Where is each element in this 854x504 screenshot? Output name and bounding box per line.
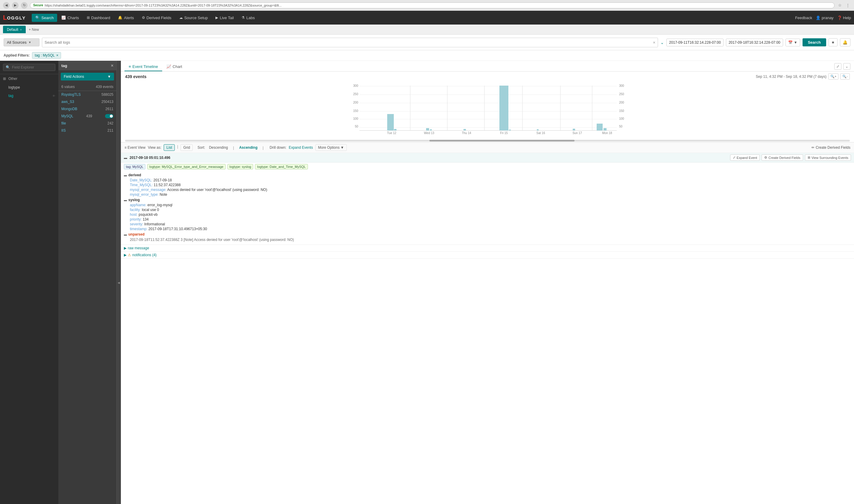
nav-source-setup[interactable]: ☁ Source Setup bbox=[176, 14, 212, 22]
event-timestamp: 2017-09-18 05:01:10.496 bbox=[130, 156, 170, 160]
bookmark-button[interactable]: ☆ bbox=[837, 2, 843, 8]
svg-rect-21 bbox=[426, 128, 429, 130]
chart-scrollbar[interactable] bbox=[125, 140, 850, 142]
field-value-aws-s3[interactable]: aws_S3 250413 bbox=[58, 98, 116, 105]
sort-descending-button[interactable]: Descending bbox=[207, 145, 229, 150]
zoom-out-button[interactable]: 🔍- bbox=[840, 73, 850, 79]
event-tag-logtype-syslog[interactable]: logtype: syslog bbox=[228, 164, 253, 169]
events-toolbar: ≡ Event View View as: List | Grid Sort: … bbox=[121, 142, 854, 153]
grid-view-button[interactable]: Grid bbox=[180, 144, 193, 151]
derived-field-error-msg: mysql_error_message: Access denied for u… bbox=[124, 187, 851, 192]
field-value-iis[interactable]: IIS 211 bbox=[58, 127, 116, 134]
tab-chart[interactable]: 📈 Chart bbox=[162, 62, 186, 71]
feedback-link[interactable]: Feedback bbox=[795, 16, 812, 20]
alerts-nav-icon: 🔔 bbox=[118, 16, 122, 20]
calendar-icon: 📅 bbox=[788, 40, 793, 44]
mysql-toggle[interactable] bbox=[105, 114, 113, 118]
svg-text:50: 50 bbox=[355, 125, 359, 128]
sidebar-collapse-handle[interactable]: ◀ bbox=[117, 61, 121, 504]
calendar-button[interactable]: 📅 ▼ bbox=[785, 39, 800, 47]
tab-default[interactable]: Default × bbox=[3, 26, 26, 33]
chart-container: 300 250 200 150 100 50 300 250 200 150 1… bbox=[121, 82, 854, 139]
raw-message-link[interactable]: ▶ raw message bbox=[124, 246, 851, 250]
nav-search[interactable]: 🔍 Search bbox=[32, 14, 57, 22]
date-to-input[interactable]: 2017-09-18T16:32:14.228-07:00 bbox=[726, 39, 783, 47]
expand-event-button[interactable]: ⤢ Expand Event bbox=[730, 155, 760, 161]
browser-chrome: ◀ ▶ ↻ Secure https://shahidalikhan.beta0… bbox=[0, 0, 854, 11]
derived-section-header[interactable]: ▬ derived bbox=[124, 173, 851, 177]
help-link[interactable]: ❓ Help bbox=[837, 16, 851, 20]
charts-nav-icon: 📈 bbox=[61, 16, 66, 20]
nav-charts-label: Charts bbox=[67, 16, 79, 20]
sidebar-item-logtype[interactable]: logtype bbox=[0, 83, 58, 92]
nav-alerts[interactable]: 🔔 Alerts bbox=[114, 14, 137, 22]
filter-tag-mysql[interactable]: tag : MySQL × bbox=[32, 52, 61, 59]
clear-search-icon[interactable]: × bbox=[653, 40, 655, 45]
unparsed-section-header[interactable]: ▬ unparsed bbox=[124, 232, 851, 236]
unparsed-section-link[interactable]: unparsed bbox=[128, 232, 145, 236]
event-collapse-button[interactable]: ▬ bbox=[124, 156, 127, 160]
logo[interactable]: L OGGLY bbox=[3, 14, 26, 21]
expand-events-button[interactable]: Expand Events bbox=[289, 145, 313, 150]
url-bar[interactable]: Secure https://shahidalikhan.beta01.logg… bbox=[30, 2, 835, 8]
field-value-mongodb[interactable]: MongoDB 2611 bbox=[58, 105, 116, 112]
user-menu[interactable]: 👤 pranay bbox=[816, 16, 833, 20]
syslog-section-header[interactable]: ▬ syslog bbox=[124, 198, 851, 202]
pencil-icon: ✏ bbox=[812, 145, 815, 150]
close-icon[interactable]: × bbox=[111, 63, 113, 68]
chart-expand-button[interactable]: ⤢ bbox=[834, 63, 841, 70]
event-tag-logtype-datetime[interactable]: logtype: Date_and_Time_MySQL bbox=[255, 164, 308, 169]
zoom-in-button[interactable]: 🔍+ bbox=[828, 73, 838, 79]
chevron-down-icon: ▼ bbox=[29, 41, 32, 44]
notifications-link[interactable]: ▶ ⚠ notifications (4) bbox=[124, 253, 851, 257]
forward-button[interactable]: ▶ bbox=[12, 2, 19, 9]
field-events-count: 439 events bbox=[96, 85, 113, 89]
tab-chart-label: Chart bbox=[172, 64, 182, 69]
nav-derived-fields[interactable]: ⚙ Derived Fields bbox=[138, 14, 175, 22]
date-from-input[interactable]: 2017-09-11T16:32:14.228-07:00 bbox=[666, 39, 724, 47]
chart-collapse-button[interactable]: ⌄ bbox=[843, 63, 850, 70]
field-explorer-input[interactable] bbox=[12, 65, 53, 69]
field-value-rsyslogtls[interactable]: RsyslogTLS 588025 bbox=[58, 91, 116, 98]
star-button[interactable]: ★ bbox=[829, 38, 838, 47]
filter-tag-remove-icon[interactable]: × bbox=[56, 53, 58, 57]
create-derived-fields-button[interactable]: ✏ Create Derived Fields bbox=[812, 145, 850, 150]
field-value-file[interactable]: file 242 bbox=[58, 120, 116, 127]
tab-event-timeline[interactable]: ≡ Event Timeline bbox=[125, 62, 162, 71]
bell-button[interactable]: 🔔 bbox=[840, 38, 850, 47]
tab-new[interactable]: + New bbox=[26, 26, 41, 33]
back-button[interactable]: ◀ bbox=[3, 2, 10, 9]
event-create-derived-button[interactable]: ⚙ Create Derived Fields bbox=[762, 155, 803, 161]
browser-more-button[interactable]: ⋮ bbox=[845, 2, 851, 8]
derived-section-name: derived bbox=[128, 173, 141, 177]
nav-labs[interactable]: ⚗ Labs bbox=[238, 14, 258, 22]
event-tag-logtype-error[interactable]: logtype: MySQL_Error_type_and_Error_meas… bbox=[147, 164, 225, 169]
field-values-count: 6 values bbox=[61, 85, 75, 89]
list-view-button[interactable]: List bbox=[164, 144, 175, 151]
search-button[interactable]: Search bbox=[802, 38, 826, 47]
main-layout: 🔍 ⊞ Other logtype tag 👁 tag × Field Acti… bbox=[0, 61, 854, 504]
field-actions-button[interactable]: Field Actions ▼ bbox=[61, 73, 114, 80]
nav-charts[interactable]: 📈 Charts bbox=[58, 14, 82, 22]
filter-expand-icon[interactable]: ⌄ bbox=[660, 40, 664, 45]
syslog-field-appname: appName: error_log-mysql bbox=[124, 203, 851, 208]
sidebar-section-other[interactable]: ⊞ Other bbox=[0, 74, 58, 83]
refresh-button[interactable]: ↻ bbox=[21, 2, 28, 9]
nav-dashboard[interactable]: ⊞ Dashboard bbox=[83, 14, 114, 22]
nav-live-tail[interactable]: ▶ Live Tail bbox=[212, 14, 237, 22]
svg-text:200: 200 bbox=[619, 101, 624, 104]
view-surrounding-button[interactable]: ⊞ View Surrounding Events bbox=[805, 155, 851, 161]
events-area[interactable]: ▬ 2017-09-18 05:01:10.496 ⤢ Expand Event… bbox=[121, 153, 854, 504]
source-selector[interactable]: All Sources ▼ bbox=[4, 38, 39, 47]
sidebar-item-tag[interactable]: tag 👁 bbox=[0, 92, 58, 100]
sort-ascending-button[interactable]: Ascending bbox=[238, 145, 259, 150]
field-value-iis-name: IIS bbox=[61, 128, 66, 132]
search-input[interactable] bbox=[44, 40, 653, 44]
event-timeline-icon: ≡ bbox=[129, 64, 131, 69]
syslog-field-facility: facility: local use 0 bbox=[124, 208, 851, 212]
field-value-mysql[interactable]: MySQL 439 bbox=[58, 112, 116, 120]
tab-default-close[interactable]: × bbox=[20, 28, 22, 32]
more-options-label: More Options bbox=[318, 145, 340, 150]
event-tag-mysql[interactable]: tag: MySQL bbox=[124, 164, 145, 169]
more-options-button[interactable]: More Options ▼ bbox=[315, 144, 347, 151]
